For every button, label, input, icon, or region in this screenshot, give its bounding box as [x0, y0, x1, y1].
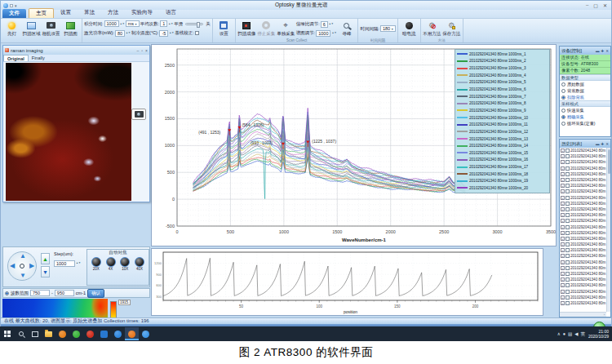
item-checkbox[interactable]: [565, 242, 570, 246]
snr-input[interactable]: 6: [321, 21, 328, 28]
taskbar-start-button[interactable]: [0, 327, 14, 340]
history-list-item[interactable]: +2010292041340 80m: [561, 189, 606, 194]
ribbon-tab-实验向导[interactable]: 实验向导: [125, 8, 159, 18]
history-list[interactable]: +2010292041340 80m+2010292041340 80m+201…: [560, 148, 606, 312]
smooth-slider[interactable]: [185, 23, 203, 25]
stage-down-arrow[interactable]: ▼: [20, 273, 26, 279]
raman-minimize-button[interactable]: –: [137, 48, 140, 53]
interval-select[interactable]: 180 ▾: [380, 25, 396, 32]
tray-icon[interactable]: 英: [580, 331, 585, 337]
step-input[interactable]: 1000: [54, 260, 75, 267]
expander-icon[interactable]: +: [561, 178, 565, 182]
spinner-icon[interactable]: ▲▼: [126, 32, 131, 34]
item-checkbox[interactable]: [565, 266, 570, 270]
panel-collapse-icon[interactable]: ▬: [596, 49, 600, 53]
taskbar-browser-button[interactable]: [111, 327, 125, 340]
integration-input[interactable]: 1000: [104, 20, 119, 27]
history-list-item[interactable]: +2010292041340 80m: [561, 159, 606, 165]
legend-entry[interactable]: 2010292041340 80mw 1000ms_7: [457, 93, 548, 100]
stop-collect-button[interactable]: 停止采集: [257, 20, 276, 38]
taskbar-search-button[interactable]: [14, 327, 28, 340]
spinner-icon[interactable]: ▲▼: [331, 32, 336, 34]
objective-40X[interactable]: 40X: [135, 257, 144, 271]
sampling-option[interactable]: 精确采集: [560, 113, 610, 120]
item-checkbox[interactable]: [565, 277, 570, 282]
history-list-item[interactable]: +2010292041340 80m: [561, 236, 606, 242]
taskbar-raman-app-button[interactable]: [125, 327, 139, 340]
expander-icon[interactable]: +: [561, 301, 565, 305]
taskbar-app-blue2-button[interactable]: [139, 327, 153, 340]
item-checkbox[interactable]: [565, 184, 570, 188]
taskbar-file-explorer-button[interactable]: [42, 327, 55, 340]
legend-entry[interactable]: 2010292041340 80mw 1000ms_4: [457, 72, 548, 79]
spinner-icon[interactable]: ▲▼: [168, 23, 173, 25]
legend-entry[interactable]: 2010292041340 80mw 1000ms_1: [457, 51, 548, 58]
item-checkbox[interactable]: [565, 207, 570, 211]
taskbar-app-blue-button[interactable]: [97, 327, 111, 340]
expander-icon[interactable]: +: [561, 219, 565, 223]
expander-icon[interactable]: +: [561, 207, 565, 211]
objective-4X[interactable]: 4X: [106, 257, 116, 271]
spectra-adj-input[interactable]: 1000: [316, 30, 330, 37]
history-list-item[interactable]: +2010292041340 80m: [561, 206, 606, 212]
history-list-item[interactable]: +2010292041340 80m: [561, 183, 606, 189]
dark-current-button[interactable]: 暗电流: [400, 20, 419, 38]
history-list-item[interactable]: +2010292041340 80m: [561, 282, 606, 288]
item-checkbox[interactable]: [565, 189, 570, 193]
expander-icon[interactable]: +: [561, 272, 565, 276]
item-checkbox[interactable]: [565, 272, 570, 276]
chart-legend[interactable]: 2010292041340 80mw 1000ms_12010292041340…: [455, 49, 550, 193]
item-checkbox[interactable]: [565, 260, 570, 264]
expander-icon[interactable]: +: [561, 283, 565, 287]
legend-entry[interactable]: 2010292041340 80mw 1000ms_14: [457, 142, 548, 149]
item-checkbox[interactable]: [565, 160, 570, 164]
no-method-button[interactable]: ⚙⊘不用方法: [423, 20, 441, 38]
taskbar-clock[interactable]: 21:00 2020/10/29: [588, 329, 609, 339]
tray-icon[interactable]: ◀: [574, 331, 578, 336]
history-list-item[interactable]: +2010292041340 80m: [561, 153, 606, 159]
expander-icon[interactable]: +: [561, 277, 565, 282]
scan-area-button[interactable]: 扫描区域: [22, 20, 41, 38]
close-button[interactable]: ✕: [603, 2, 607, 8]
legend-entry[interactable]: 2010292041340 80mw 1000ms_15: [457, 149, 548, 157]
history-list-item[interactable]: +2010292041340 80m: [561, 260, 606, 265]
radio-icon[interactable]: [561, 82, 565, 87]
taskbar-app-orange-button[interactable]: [55, 327, 69, 340]
expander-icon[interactable]: +: [561, 225, 565, 229]
item-checkbox[interactable]: [565, 231, 570, 235]
history-panel-titlebar[interactable]: 历史[列表] ▬✚✕: [560, 140, 610, 148]
spinner-icon[interactable]: ▲▼: [120, 23, 125, 25]
history-list-item[interactable]: +2010292041340 80m: [561, 277, 606, 282]
history-list-item[interactable]: +2010292041340 80m: [561, 242, 606, 247]
raman-restore-button[interactable]: ▫: [141, 48, 143, 53]
radio-icon[interactable]: [561, 89, 565, 93]
taskbar-app-green-button[interactable]: [69, 327, 83, 340]
expander-icon[interactable]: +: [561, 166, 565, 171]
legend-entry[interactable]: 2010292041340 80mw 1000ms_6: [457, 86, 548, 93]
item-checkbox[interactable]: [565, 225, 570, 229]
maximize-button[interactable]: ▢: [593, 2, 598, 8]
raman-tab-finally[interactable]: Finally: [29, 55, 48, 61]
expander-icon[interactable]: +: [561, 237, 565, 241]
taskbar-app-red-button[interactable]: [83, 327, 97, 340]
tray-icon[interactable]: ▤: [568, 331, 572, 336]
tray-icon[interactable]: ●: [563, 331, 565, 336]
item-checkbox[interactable]: [565, 290, 570, 294]
baseline-checkbox[interactable]: [195, 31, 199, 35]
expander-icon[interactable]: +: [561, 290, 565, 294]
tray-icon[interactable]: ∧: [557, 331, 561, 336]
device-panel-titlebar[interactable]: 设备[控制] ▬✚✕: [560, 47, 610, 55]
minimize-button[interactable]: –: [586, 2, 588, 8]
expander-icon[interactable]: +: [561, 242, 565, 246]
item-checkbox[interactable]: [565, 178, 570, 182]
cooling-input[interactable]: -5: [159, 30, 168, 37]
history-list-item[interactable]: +2010292041340 80m: [561, 271, 606, 277]
item-checkbox[interactable]: [565, 254, 570, 258]
expander-icon[interactable]: +: [561, 213, 565, 217]
datatype-option[interactable]: 原始数据: [560, 81, 610, 87]
history-list-item[interactable]: +2010292041340 80m: [561, 201, 606, 206]
expander-icon[interactable]: +: [561, 184, 565, 188]
spinner-icon[interactable]: ▲▼: [76, 262, 81, 264]
position-chart[interactable]: 300600900120050100150200position: [152, 249, 544, 317]
sampling-option[interactable]: 快速采集: [560, 107, 610, 113]
